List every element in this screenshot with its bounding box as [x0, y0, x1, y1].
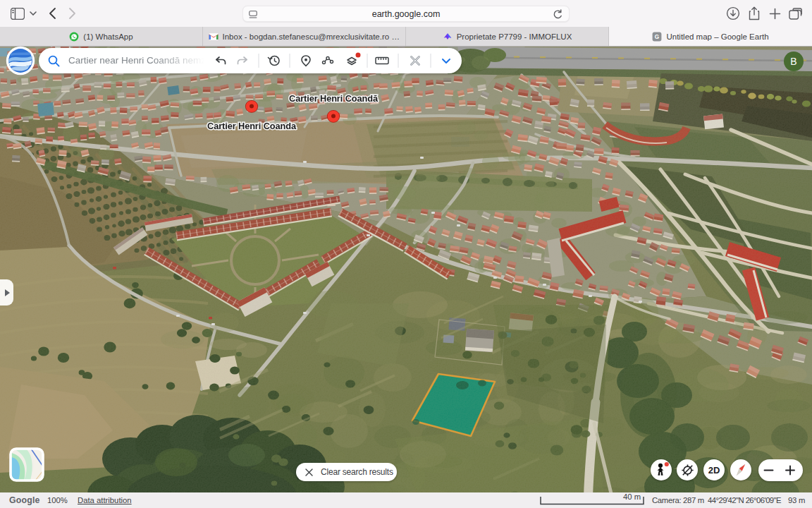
svg-text:Cartier Henri Coandă: Cartier Henri Coandă: [289, 93, 379, 104]
svg-text:G: G: [655, 33, 659, 40]
svg-text:Cartier Henri Coanda: Cartier Henri Coanda: [207, 121, 297, 131]
